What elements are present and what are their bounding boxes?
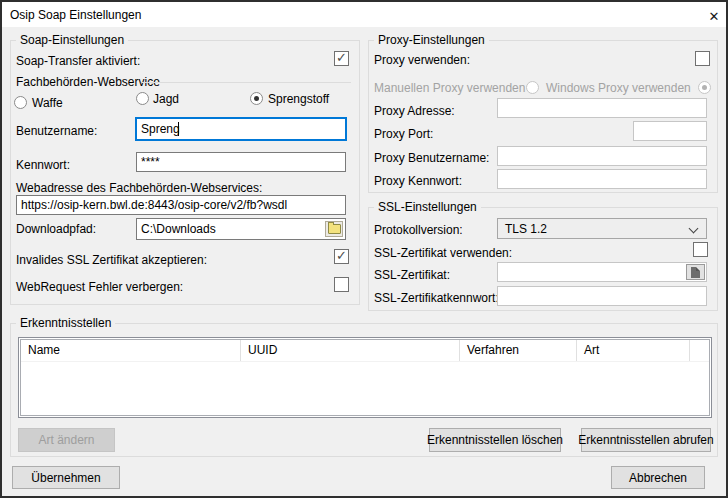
password-input[interactable] (136, 152, 346, 172)
erkenntnisstellen-group-label: Erkenntnisstellen (16, 316, 115, 330)
title-bar: Osip Soap Einstellungen ✕ (2, 2, 726, 27)
close-icon: ✕ (709, 9, 720, 24)
column-header-art[interactable]: Art (577, 340, 690, 361)
browse-cert-button[interactable] (686, 264, 705, 280)
folder-icon (328, 224, 341, 234)
password-label: Kennwort: (16, 158, 70, 172)
table-header-row: Name UUID Verfahren Art (21, 340, 709, 362)
protocol-label: Protokollversion: (374, 223, 463, 237)
soap-group-label: Soap-Einstellungen (16, 33, 128, 47)
window-title: Osip Soap Einstellungen (10, 8, 141, 22)
ssl-group-label: SSL-Einstellungen (374, 200, 481, 214)
apply-button[interactable]: Übernehmen (12, 466, 120, 489)
proxy-address-input[interactable] (497, 98, 707, 118)
soap-transfer-label: Soap-Transfer aktiviert: (16, 54, 140, 68)
username-label: Benutzername: (16, 124, 97, 138)
osip-soap-settings-dialog: Osip Soap Einstellungen ✕ Soap-Einstellu… (0, 0, 728, 498)
proxy-use-checkbox[interactable] (695, 51, 710, 66)
webservice-header-label: Fachbehörden-Webservice (16, 75, 160, 89)
proxy-username-input[interactable] (497, 146, 707, 166)
radio-sprengstoff[interactable] (250, 92, 263, 105)
webrequest-label: WebRequest Fehler verbergen: (16, 280, 183, 294)
proxy-password-label: Proxy Kennwort: (374, 174, 462, 188)
proxy-password-input[interactable] (497, 169, 707, 189)
windows-proxy-radio (698, 81, 711, 94)
proxy-address-label: Proxy Adresse: (374, 104, 455, 118)
proxy-port-input[interactable] (633, 121, 707, 141)
manual-proxy-radio (526, 81, 539, 94)
cert-password-label: SSL-Zertifikatkennwort: (374, 291, 499, 305)
browse-folder-button[interactable] (325, 221, 343, 237)
chevron-down-icon (689, 224, 699, 234)
table-body[interactable] (21, 362, 709, 415)
webservice-url-input[interactable] (16, 195, 346, 215)
protocol-value: TLS 1.2 (505, 222, 547, 236)
delete-erkenntnisstellen-button[interactable]: Erkenntnisstellen löschen (429, 428, 561, 452)
column-header-uuid[interactable]: UUID (241, 340, 460, 361)
username-input[interactable] (136, 118, 346, 140)
column-header-name[interactable]: Name (21, 340, 241, 361)
radio-waffe[interactable] (14, 96, 27, 109)
use-cert-label: SSL-Zertifikat verwenden: (374, 246, 512, 260)
use-cert-checkbox[interactable] (693, 242, 708, 257)
radio-jagd[interactable] (136, 92, 149, 105)
radio-waffe-label: Waffe (32, 96, 63, 110)
webservice-header-line (142, 82, 351, 83)
proxy-port-label: Proxy Port: (374, 127, 433, 141)
proxy-use-label: Proxy verwenden: (374, 53, 470, 67)
windows-proxy-label: Windows Proxy verwenden (546, 81, 691, 95)
change-art-button: Art ändern (18, 428, 115, 452)
text-caret (178, 122, 179, 136)
column-header-filler (690, 340, 709, 361)
column-header-verfahren[interactable]: Verfahren (460, 340, 577, 361)
fetch-erkenntnisstellen-button[interactable]: Erkenntnisstellen abrufen (581, 428, 711, 452)
erkenntnisstellen-table: Name UUID Verfahren Art (18, 337, 712, 418)
radio-sprengstoff-label: Sprengstoff (268, 92, 329, 106)
proxy-username-label: Proxy Benutzername: (374, 151, 489, 165)
document-icon (691, 267, 700, 278)
invalid-ssl-checkbox[interactable] (334, 249, 349, 264)
cert-input[interactable] (497, 262, 707, 282)
invalid-ssl-label: Invalides SSL Zertifikat akzeptieren: (16, 253, 207, 267)
downloadpath-label: Downloadpfad: (16, 222, 96, 236)
cert-password-input[interactable] (497, 286, 707, 306)
webservice-url-label: Webadresse des Fachbehörden-Webservices: (16, 181, 262, 195)
cancel-button[interactable]: Abbrechen (611, 466, 705, 489)
manual-proxy-label: Manuellen Proxy verwenden (374, 81, 525, 95)
radio-jagd-label: Jagd (153, 92, 179, 106)
webrequest-checkbox[interactable] (334, 277, 349, 292)
close-button[interactable]: ✕ (702, 5, 726, 27)
cert-label: SSL-Zertifikat: (374, 268, 450, 282)
protocol-dropdown[interactable]: TLS 1.2 (497, 218, 707, 239)
downloadpath-input[interactable] (136, 218, 346, 240)
proxy-group-label: Proxy-Einstellungen (374, 33, 489, 47)
soap-transfer-checkbox[interactable] (334, 51, 349, 66)
